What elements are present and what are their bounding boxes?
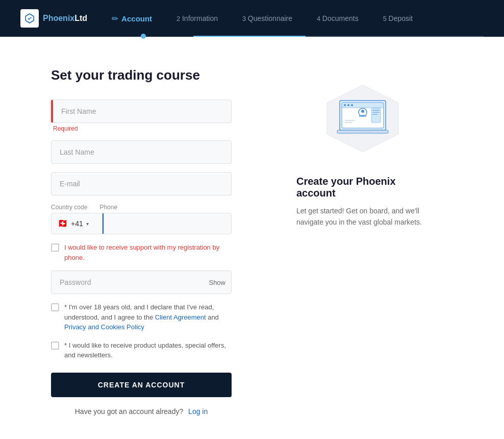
logo-text: PhoenixLtd <box>43 14 87 23</box>
terms-label: * I'm over 18 years old, and I declare t… <box>64 302 232 332</box>
svg-point-5 <box>347 104 349 106</box>
logo[interactable]: PhoenixLtd <box>20 9 87 28</box>
svg-point-8 <box>361 110 364 113</box>
step-questionnaire[interactable]: 3 Questionnaire <box>230 0 305 37</box>
country-flag-icon: 🇨🇭 <box>58 220 68 227</box>
client-agreement-link[interactable]: Client Agreement <box>155 313 206 321</box>
hex-illustration <box>317 78 409 159</box>
svg-rect-13 <box>372 112 380 113</box>
phone-support-label: I would like to receive support with my … <box>64 242 232 262</box>
illustration-section: Create your Phoenix account Let get star… <box>272 67 453 416</box>
first-name-input[interactable] <box>51 100 232 123</box>
main-content: Set your trading course Required Country… <box>0 37 504 439</box>
first-name-error: Required <box>51 125 232 132</box>
phone-group: Country code Phone 🇨🇭 +41 ▾ <box>51 204 232 234</box>
email-input[interactable] <box>51 172 232 196</box>
illustration-description: Let get started! Get on board, and we'll… <box>296 205 429 228</box>
create-account-button[interactable]: CREATE AN ACCOUNT <box>51 373 232 397</box>
laptop-icon <box>335 98 391 139</box>
step-deposit[interactable]: 5 Deposit <box>371 0 425 37</box>
login-row: Have you got an account already? Log in <box>51 407 232 416</box>
last-name-group <box>51 140 232 164</box>
svg-rect-12 <box>372 110 380 111</box>
last-name-input[interactable] <box>51 140 232 164</box>
phone-row: 🇨🇭 +41 ▾ <box>51 213 232 234</box>
step-documents[interactable]: 4 Documents <box>305 0 371 37</box>
svg-rect-10 <box>345 122 352 123</box>
svg-rect-14 <box>372 114 377 115</box>
svg-rect-9 <box>345 120 355 121</box>
terms-checkbox[interactable] <box>51 303 59 311</box>
phone-support-checkbox[interactable] <box>51 243 59 252</box>
country-code-selector[interactable]: 🇨🇭 +41 ▾ <box>52 213 103 234</box>
have-account-text: Have you got an account already? <box>75 407 183 416</box>
newsletter-checkbox[interactable] <box>51 342 59 350</box>
step-account-label[interactable]: Account <box>121 14 152 23</box>
first-name-group: Required <box>51 100 232 132</box>
newsletter-row: * I would like to receive product update… <box>51 340 232 360</box>
phone-support-row: I would like to receive support with my … <box>51 242 232 262</box>
email-group <box>51 172 232 196</box>
svg-point-6 <box>351 104 353 106</box>
country-code-value: +41 <box>71 220 83 228</box>
illustration-title: Create your Phoenix account <box>296 176 429 199</box>
newsletter-label: * I would like to receive product update… <box>64 340 232 360</box>
svg-rect-16 <box>352 130 373 131</box>
terms-row: * I'm over 18 years old, and I declare t… <box>51 302 232 332</box>
header: PhoenixLtd ✏ Account 2 Information 3 Que… <box>0 0 504 37</box>
logo-icon <box>20 9 39 28</box>
phone-input[interactable] <box>103 213 231 234</box>
step-information[interactable]: 2 Information <box>164 0 230 37</box>
country-code-label: Country code <box>51 204 87 211</box>
password-input[interactable] <box>51 271 232 294</box>
privacy-policy-link[interactable]: Privacy and Cookies Policy <box>64 323 144 331</box>
show-password-button[interactable]: Show <box>209 279 225 286</box>
chevron-down-icon: ▾ <box>86 221 89 227</box>
phone-label: Phone <box>99 204 117 211</box>
login-link[interactable]: Log in <box>188 407 208 416</box>
svg-point-4 <box>344 104 346 106</box>
form-section: Set your trading course Required Country… <box>51 67 232 416</box>
password-group: Show <box>51 271 232 294</box>
page-title: Set your trading course <box>51 67 232 83</box>
